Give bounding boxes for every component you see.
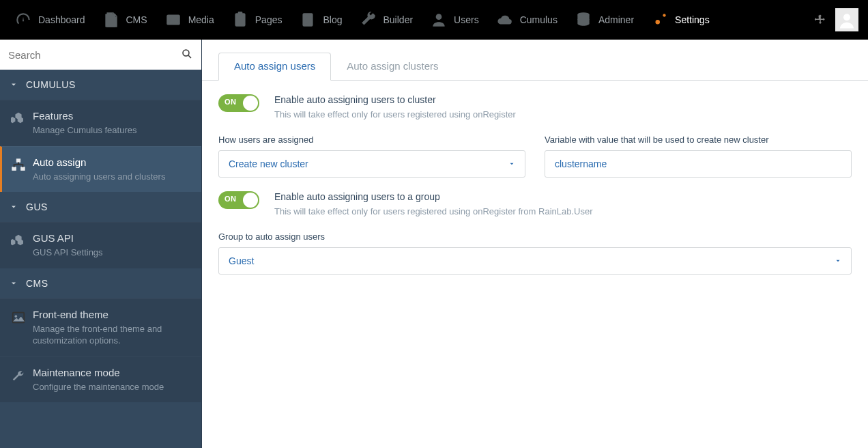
section-title: GUS (26, 201, 48, 212)
toggle-knob (243, 96, 258, 111)
select-value: Guest (229, 255, 835, 266)
nav-label: Media (188, 14, 214, 25)
sidebar-item-gus-api[interactable]: GUS APIGUS API Settings (0, 222, 201, 268)
gears-icon (650, 10, 669, 29)
sidebar-item-features[interactable]: FeaturesManage Cumulus features (0, 100, 201, 146)
nav-label: Settings (675, 14, 710, 25)
nav-label: Builder (384, 14, 414, 25)
tab-auto-assign-clusters[interactable]: Auto assign clusters (331, 53, 454, 81)
toggle-desc: This will take effect only for users reg… (274, 206, 593, 216)
sidebar-item-sub: Auto assigning users and clusters (33, 171, 193, 183)
sitemap-icon (8, 156, 29, 183)
nav-label: Cumulus (520, 14, 558, 25)
toggle-auto-assign-group[interactable]: ON (218, 191, 259, 209)
section-title: CUMULUS (26, 79, 76, 90)
nav-label: CMS (126, 14, 147, 25)
sidebar-item-sub: GUS API Settings (33, 247, 193, 259)
sidebar-item-title: Auto assign (33, 156, 193, 168)
pen-icon (298, 10, 317, 29)
nav-label: Blog (323, 14, 342, 25)
sidebar-search[interactable] (0, 40, 201, 70)
nav-builder[interactable]: Builder (351, 0, 422, 40)
nav-dashboard[interactable]: Dashboard (5, 0, 93, 40)
label-group-assign: Group to auto assign users (218, 232, 852, 242)
chevron-down-icon (508, 158, 515, 169)
move-handle-icon[interactable] (813, 13, 827, 27)
chevron-down-icon (10, 279, 18, 288)
clipboard-icon (231, 10, 250, 29)
sidebar-item-title: GUS API (33, 232, 193, 244)
nav-blog[interactable]: Blog (290, 0, 350, 40)
sidebar-item-front-end-theme[interactable]: Front-end themeManage the front-end them… (0, 298, 201, 356)
chevron-down-icon (10, 203, 18, 211)
sidebar-item-sub: Manage Cumulus features (33, 124, 193, 137)
toggle-title: Enable auto assigning users to cluster (274, 94, 516, 105)
nav-settings[interactable]: Settings (642, 0, 718, 40)
toggle-knob (243, 193, 258, 208)
toggle-auto-assign-cluster[interactable]: ON (218, 94, 259, 112)
nav-label: Pages (255, 14, 283, 25)
toggle-on-label: ON (225, 98, 237, 106)
gauge-icon (14, 10, 33, 29)
chevron-down-icon (835, 255, 841, 266)
cloud-icon (495, 10, 515, 29)
sidebar-section-gus[interactable]: GUS (0, 192, 201, 222)
cubes-icon (8, 232, 29, 259)
database-icon (574, 10, 593, 29)
sidebar-item-title: Maintenance mode (33, 367, 193, 378)
nav-adminer[interactable]: Adminer (566, 0, 642, 40)
select-how-assigned[interactable]: Create new cluster (218, 150, 525, 178)
sidebar-item-sub: Manage the front-end theme and customiza… (33, 323, 193, 347)
select-group-assign[interactable]: Guest (218, 247, 852, 275)
nav-cumulus[interactable]: Cumulus (487, 0, 566, 40)
nav-cms[interactable]: CMS (93, 0, 156, 40)
sidebar-item-maintenance-mode[interactable]: Maintenance modeConfigure the maintenanc… (0, 356, 201, 403)
section-title: CMS (26, 278, 48, 289)
cubes-icon (8, 110, 29, 137)
sidebar-section-cumulus[interactable]: CUMULUS (0, 70, 201, 100)
sidebar-item-title: Features (33, 110, 193, 122)
user-icon (429, 10, 448, 29)
media-icon (164, 10, 183, 29)
doc-icon (102, 10, 121, 29)
label-how-assigned: How users are assigned (218, 135, 525, 145)
image-icon (8, 309, 29, 347)
input-variable-name[interactable] (555, 158, 841, 169)
nav-label: Dashboard (38, 14, 85, 25)
wrench-icon (359, 10, 378, 29)
nav-label: Adminer (598, 14, 634, 25)
label-variable-name: Variable with value that will be used to… (545, 135, 852, 145)
nav-pages[interactable]: Pages (222, 0, 291, 40)
search-input[interactable] (8, 49, 181, 61)
toggle-on-label: ON (225, 195, 237, 203)
search-icon (181, 48, 193, 62)
nav-media[interactable]: Media (156, 0, 222, 40)
chevron-down-icon (10, 81, 18, 89)
sidebar-item-title: Front-end theme (33, 309, 193, 320)
toggle-title: Enable auto assigning users to a group (274, 191, 593, 202)
nav-users[interactable]: Users (421, 0, 487, 40)
select-value: Create new cluster (229, 158, 508, 169)
nav-label: Users (454, 14, 479, 25)
account-avatar[interactable] (835, 8, 858, 31)
sidebar-section-cms[interactable]: CMS (0, 268, 201, 298)
tab-auto-assign-users[interactable]: Auto assign users (218, 53, 331, 81)
toggle-desc: This will take effect only for users reg… (274, 109, 516, 120)
sidebar-item-auto-assign[interactable]: Auto assignAuto assigning users and clus… (0, 146, 201, 193)
input-variable-name-wrap[interactable] (545, 150, 852, 178)
wrench-icon (8, 367, 29, 393)
sidebar-item-sub: Configure the maintenance mode (33, 381, 193, 393)
